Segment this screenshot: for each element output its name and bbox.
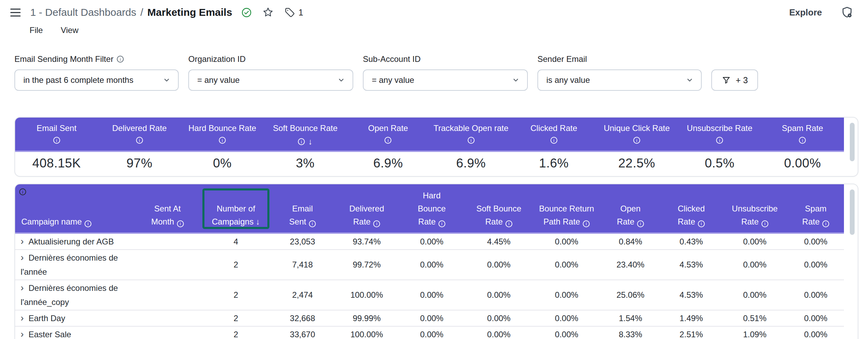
column-header-clicked-rate[interactable]: Clicked Ratei	[660, 189, 722, 228]
column-header-delivered-rate[interactable]: Delivered Ratei	[335, 189, 399, 228]
info-icon[interactable]: i	[550, 137, 557, 144]
info-icon[interactable]: i	[716, 137, 723, 144]
info-icon[interactable]: i	[85, 220, 91, 227]
info-icon[interactable]: i	[309, 220, 316, 227]
info-icon[interactable]: i	[298, 138, 305, 145]
info-icon[interactable]: i	[373, 220, 380, 227]
kpi-header-trackable-open-rate[interactable]: Trackable Open rate i	[430, 123, 512, 146]
kpi-scrollbar[interactable]	[850, 123, 855, 161]
cell-unsubscribe-rate: 0.00%	[722, 290, 788, 300]
cell-unsubscribe-rate: 0.00%	[722, 260, 788, 270]
kpi-header-unsubscribe-rate[interactable]: Unsubscribe Rate i	[678, 123, 761, 146]
cell-open-rate: 25.06%	[600, 290, 660, 300]
menu-bar: File View	[30, 25, 868, 35]
kpi-header-soft-bounce-rate[interactable]: Soft Bounce Rate i↓	[264, 123, 347, 146]
star-icon[interactable]	[262, 7, 274, 18]
info-icon[interactable]: i	[219, 137, 226, 144]
info-icon[interactable]: i	[468, 137, 475, 144]
cell-delivered-rate: 99.72%	[335, 260, 399, 270]
chevron-down-icon	[337, 76, 345, 84]
cell-hard-bounce-rate: 0.00%	[399, 237, 465, 247]
info-icon[interactable]: i	[822, 220, 829, 227]
info-icon[interactable]: i	[117, 56, 124, 63]
info-icon[interactable]: i	[637, 220, 644, 227]
expand-chevron-icon[interactable]: ›	[21, 281, 24, 295]
column-header-spam-rate[interactable]: Spam Ratei	[788, 189, 844, 228]
info-icon[interactable]: i	[505, 220, 512, 227]
cell-soft-bounce-rate: 0.00%	[465, 290, 533, 300]
info-icon[interactable]: i	[761, 220, 768, 227]
info-icon[interactable]: i	[177, 220, 184, 227]
cell-email-sent: 32,668	[270, 314, 335, 323]
kpi-tile: Email Sent i Delivered Rate i Hard Bounc…	[14, 117, 858, 177]
column-header-hard-bounce-rate[interactable]: Hard Bounce Ratei	[399, 189, 465, 228]
cell-clicked-rate: 1.49%	[660, 314, 722, 323]
sub-account-id-select[interactable]: = any value	[363, 69, 528, 91]
info-icon[interactable]: i	[633, 137, 640, 144]
kpi-header-unique-click-rate[interactable]: Unique Click Rate i	[595, 123, 678, 146]
cell-email-sent: 2,474	[270, 290, 335, 300]
kpi-header-open-rate[interactable]: Open Rate i	[347, 123, 430, 146]
sender-email-select[interactable]: is any value	[537, 69, 702, 91]
column-header-open-rate[interactable]: Open Ratei	[600, 189, 660, 228]
cell-email-sent: 7,418	[270, 260, 335, 270]
info-icon[interactable]: i	[136, 137, 143, 144]
expand-chevron-icon[interactable]: ›	[21, 311, 24, 325]
menu-item-view[interactable]: View	[61, 25, 79, 35]
info-icon[interactable]: i	[385, 137, 391, 144]
shield-gear-icon[interactable]	[841, 6, 854, 19]
page-title: Marketing Emails	[147, 7, 232, 18]
menu-icon[interactable]	[10, 9, 21, 17]
kpi-header-delivered-rate[interactable]: Delivered Rate i	[98, 123, 181, 146]
cell-soft-bounce-rate: 0.00%	[465, 330, 533, 339]
kpi-header-spam-rate[interactable]: Spam Rate i	[761, 123, 844, 146]
kpi-header-hard-bounce-rate[interactable]: Hard Bounce Rate i	[181, 123, 264, 146]
tag-icon[interactable]	[284, 7, 295, 18]
cell-bounce-return-path-rate: 0.00%	[533, 330, 601, 339]
column-header-campaign-name[interactable]: Campaign namei	[15, 189, 133, 228]
expand-chevron-icon[interactable]: ›	[21, 327, 24, 339]
table-row: ›Dernières économies de l'année 2 7,418 …	[15, 250, 844, 280]
info-icon[interactable]: i	[583, 220, 590, 227]
filter-sender-email: Sender Email is any value	[537, 54, 702, 91]
email-sending-month-select[interactable]: in the past 6 complete months	[14, 69, 179, 91]
breadcrumb[interactable]: 1 - Default Dashboards	[30, 7, 136, 18]
table-scrollbar[interactable]	[850, 189, 855, 235]
kpi-header-row: Email Sent i Delivered Rate i Hard Bounc…	[15, 118, 844, 152]
chevron-down-icon	[686, 76, 693, 84]
kpi-value-unsubscribe-rate: 0.5%	[678, 156, 761, 171]
kpi-value-email-sent: 408.15K	[15, 156, 98, 171]
filter-value: = any value	[197, 75, 240, 85]
expand-chevron-icon[interactable]: ›	[21, 251, 24, 265]
info-icon[interactable]: i	[799, 137, 806, 144]
cell-delivered-rate: 100.00%	[335, 290, 399, 300]
kpi-header-email-sent[interactable]: Email Sent i	[15, 123, 98, 146]
column-header-email-sent[interactable]: Email Senti	[270, 189, 335, 228]
column-header-number-of-campaigns[interactable]: Number of Campaigns ↓	[202, 189, 270, 228]
column-header-unsubscribe-rate[interactable]: Unsubscribe Ratei	[722, 189, 788, 228]
sort-desc-icon: ↓	[256, 217, 260, 226]
campaign-name-cell: ›Aktualisierung der AGB	[15, 234, 133, 249]
campaign-name-cell: ›Dernières économies de l'année	[15, 251, 133, 279]
filter-value: = any value	[372, 75, 414, 85]
kpi-header-clicked-rate[interactable]: Clicked Rate i	[512, 123, 595, 146]
cell-unsubscribe-rate: 0.51%	[722, 314, 788, 323]
expand-chevron-icon[interactable]: ›	[21, 234, 24, 249]
cell-spam-rate: 0.00%	[788, 314, 844, 323]
organization-id-select[interactable]: = any value	[188, 69, 353, 91]
cell-spam-rate: 0.00%	[788, 260, 844, 270]
more-filters-button[interactable]: + 3	[711, 69, 758, 91]
dashboard-page: 1 - Default Dashboards / Marketing Email…	[0, 0, 868, 339]
cell-delivered-rate: 93.74%	[335, 237, 399, 247]
column-header-bounce-return-path-rate[interactable]: Bounce Return Path Ratei	[533, 189, 601, 228]
column-header-sent-at-month[interactable]: Sent At Monthi	[133, 189, 202, 228]
info-icon[interactable]: i	[53, 137, 60, 144]
menu-item-file[interactable]: File	[30, 25, 43, 35]
filter-sub-account-id: Sub-Account ID = any value	[363, 54, 528, 91]
explore-button[interactable]: Explore	[789, 7, 822, 18]
more-filters-count: + 3	[736, 75, 748, 85]
kpi-values-row: 408.15K 97% 0% 3% 6.9% 6.9% 1.6% 22.5% 0…	[15, 152, 844, 176]
column-header-soft-bounce-rate[interactable]: Soft Bounce Ratei	[465, 189, 533, 228]
info-icon[interactable]: i	[698, 220, 705, 227]
info-icon[interactable]: i	[438, 220, 445, 227]
